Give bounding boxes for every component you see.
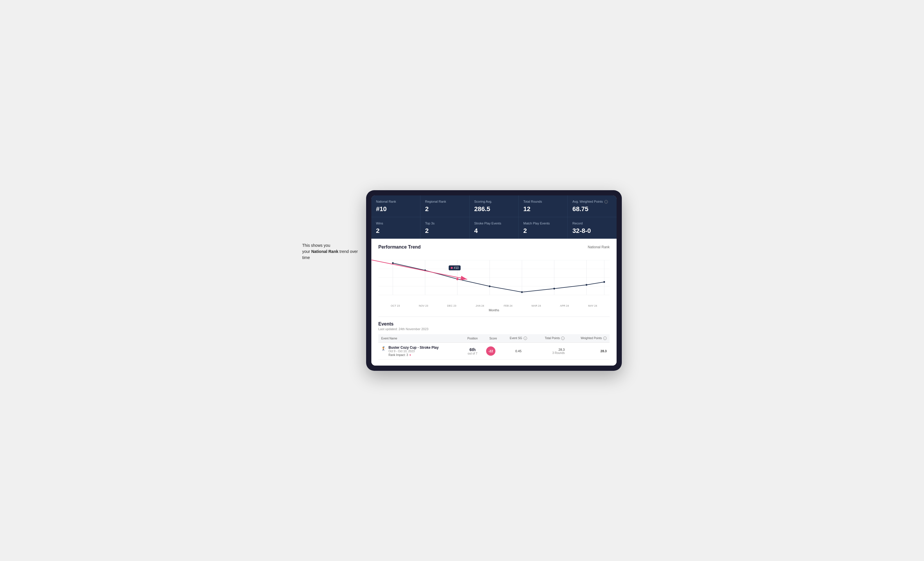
- x-label-may24: MAY 24: [579, 304, 607, 307]
- stat-total-rounds: Total Rounds 12: [519, 195, 567, 217]
- svg-point-19: [521, 291, 523, 293]
- table-row: 🏌️ Buster Cozy Cup - Stroke Play Oct 9 -…: [378, 343, 610, 360]
- stat-scoring-avg: Scoring Avg. 286.5: [470, 195, 518, 217]
- col-score: Score: [483, 334, 503, 343]
- stat-avg-weighted-points: Avg. Weighted Points i 68.75: [568, 195, 616, 217]
- performance-trend-title: Performance Trend: [378, 244, 421, 250]
- col-weighted-points: Weighted Points i: [567, 334, 610, 343]
- x-label-nov23: NOV 23: [410, 304, 438, 307]
- page-wrapper: This shows you your National Rank trend …: [302, 190, 622, 371]
- event-sg-value: 0.45: [503, 343, 534, 360]
- chart-x-labels: OCT 23 NOV 23 DEC 23 JAN 24 FEB 24 MAR 2…: [378, 303, 610, 307]
- events-table: Event Name Position Score Event SG i Tot…: [378, 334, 610, 360]
- col-event-name: Event Name: [378, 334, 462, 343]
- performance-trend-label: National Rank: [588, 245, 610, 249]
- event-date: Oct 9 - Oct 10, 2023: [388, 350, 439, 353]
- svg-point-15: [392, 262, 394, 264]
- chevron-down-icon[interactable]: ▼: [409, 354, 411, 357]
- tablet-screen: National Rank #10 Regional Rank 2 Scorin…: [371, 195, 616, 366]
- tablet-frame: National Rank #10 Regional Rank 2 Scorin…: [366, 190, 622, 371]
- col-event-sg: Event SG i: [503, 334, 534, 343]
- col-total-points: Total Points i: [534, 334, 568, 343]
- score-badge: -22: [486, 346, 495, 356]
- event-name-cell: 🏌️ Buster Cozy Cup - Stroke Play Oct 9 -…: [378, 343, 462, 360]
- x-label-mar24: MAR 24: [522, 304, 550, 307]
- stat-match-play-events: Match Play Events 2: [519, 217, 567, 239]
- info-icon-weighted-points: i: [603, 337, 607, 340]
- stats-header-row1: National Rank #10 Regional Rank 2 Scorin…: [371, 195, 616, 217]
- main-content: Performance Trend National Rank: [371, 239, 616, 366]
- tooltip-dot: [451, 267, 453, 269]
- x-label-feb24: FEB 24: [494, 304, 522, 307]
- svg-point-17: [456, 278, 458, 280]
- col-position: Position: [462, 334, 483, 343]
- performance-chart: #10: [378, 254, 610, 301]
- event-rank-impact: Rank Impact: 3 ▼: [388, 353, 439, 357]
- svg-point-16: [424, 269, 426, 271]
- event-name: Buster Cozy Cup - Stroke Play: [388, 346, 439, 350]
- stat-top3s: Top 3s 2: [420, 217, 469, 239]
- chart-svg: [378, 254, 610, 301]
- event-total-points: 28.3 3 Rounds: [534, 343, 568, 360]
- x-label-apr24: APR 24: [550, 304, 579, 307]
- event-score: -22: [483, 343, 503, 360]
- chart-tooltip: #10: [448, 265, 461, 270]
- x-label-dec23: DEC 23: [438, 304, 466, 307]
- stat-stroke-play-events: Stroke Play Events 4: [470, 217, 518, 239]
- performance-trend-header: Performance Trend National Rank: [378, 244, 610, 250]
- x-label-oct23: OCT 23: [381, 304, 410, 307]
- info-icon-avg-weighted: i: [604, 200, 608, 203]
- events-section: Events Last updated: 24th November 2023 …: [378, 322, 610, 360]
- stat-national-rank: National Rank #10: [371, 195, 420, 217]
- events-last-updated: Last updated: 24th November 2023: [378, 327, 610, 331]
- annotation-text: This shows you your National Rank trend …: [302, 242, 360, 261]
- svg-point-21: [586, 284, 588, 286]
- x-axis-title: Months: [378, 308, 610, 312]
- svg-point-22: [603, 281, 605, 283]
- event-position: 6th out of 7: [462, 343, 483, 360]
- stat-regional-rank: Regional Rank 2: [420, 195, 469, 217]
- stats-header-row2: Wins 2 Top 3s 2 Stroke Play Events 4 Mat…: [371, 217, 616, 239]
- svg-point-18: [489, 286, 490, 287]
- info-icon-event-sg: i: [524, 337, 527, 340]
- info-icon-total-points: i: [561, 337, 565, 340]
- stat-record: Record 32-8-0: [568, 217, 616, 239]
- event-weighted-points: 28.3: [567, 343, 610, 360]
- stat-wins: Wins 2: [371, 217, 420, 239]
- event-icon: 🏌️: [381, 346, 386, 351]
- table-header-row: Event Name Position Score Event SG i Tot…: [378, 334, 610, 343]
- x-label-jan24: JAN 24: [466, 304, 494, 307]
- events-title: Events: [378, 322, 610, 327]
- svg-point-20: [554, 288, 555, 290]
